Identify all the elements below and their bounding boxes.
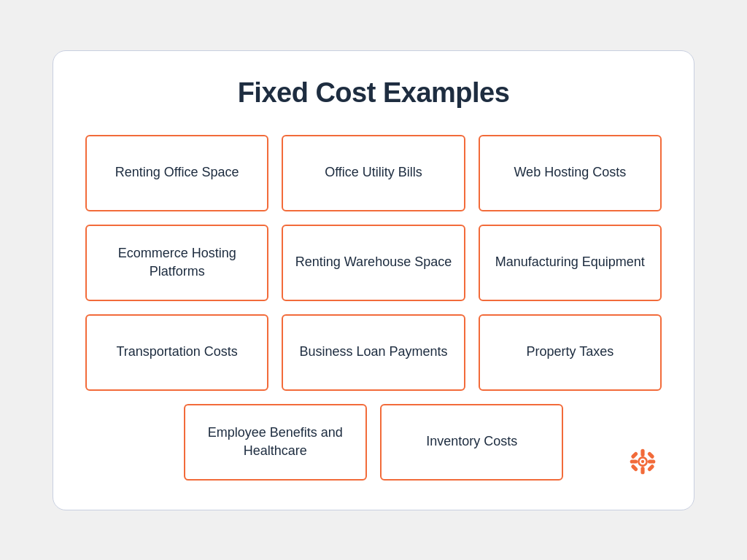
svg-rect-1 [640,448,644,456]
svg-point-10 [641,459,644,462]
list-item: Business Loan Payments [282,314,465,391]
page-title: Fixed Cost Examples [85,77,662,109]
list-item: Web Hosting Costs [479,135,662,211]
svg-rect-2 [640,466,644,473]
grid-row-2: Ecommerce Hosting Platforms Renting Ware… [85,225,662,301]
list-item: Renting Warehouse Space [282,225,465,301]
hubspot-logo [624,443,662,481]
list-item: Transportation Costs [85,314,268,391]
list-item: Manufacturing Equipment [479,225,662,301]
grid-row-3: Transportation Costs Business Loan Payme… [85,314,662,391]
svg-rect-3 [630,459,638,463]
svg-rect-6 [647,451,655,459]
grid-row-1: Renting Office Space Office Utility Bill… [85,135,662,211]
list-item: Property Taxes [479,314,662,391]
list-item: Office Utility Bills [282,135,465,211]
svg-rect-4 [648,459,655,463]
main-card: Fixed Cost Examples Renting Office Space… [53,50,694,510]
list-item: Employee Benefits and Healthcare [184,404,367,481]
list-item: Ecommerce Hosting Platforms [85,225,268,301]
list-item: Inventory Costs [380,404,563,481]
svg-rect-8 [647,464,655,472]
svg-rect-7 [630,464,638,472]
grid-row-4: Employee Benefits and Healthcare Invento… [85,404,662,481]
svg-rect-5 [630,451,638,459]
list-item: Renting Office Space [85,135,268,211]
